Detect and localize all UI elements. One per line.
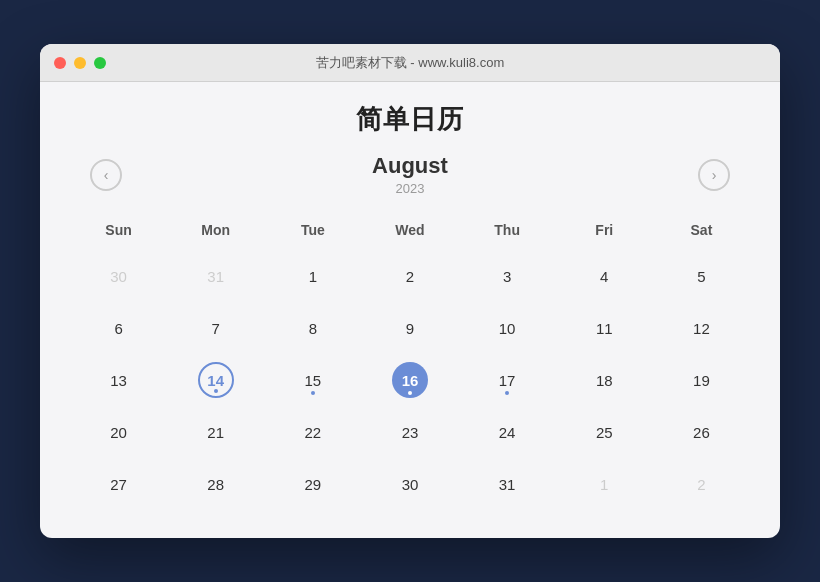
calendar-day[interactable]: 25 <box>556 408 653 456</box>
calendar-day[interactable]: 15 <box>264 356 361 404</box>
day-number: 29 <box>295 466 331 502</box>
titlebar: 苦力吧素材下载 - www.kuli8.com <box>40 44 780 82</box>
day-number: 31 <box>198 258 234 294</box>
day-number: 30 <box>101 258 137 294</box>
day-number: 20 <box>101 414 137 450</box>
calendar-day[interactable]: 30 <box>361 460 458 508</box>
calendar-week-1: 6789101112 <box>70 304 750 352</box>
calendar-day[interactable]: 6 <box>70 304 167 352</box>
day-number: 26 <box>683 414 719 450</box>
day-number: 28 <box>198 466 234 502</box>
day-number: 31 <box>489 466 525 502</box>
month-nav: ‹ August 2023 › <box>70 153 750 196</box>
calendar-week-2: 13141516171819 <box>70 356 750 404</box>
day-number: 23 <box>392 414 428 450</box>
year-text: 2023 <box>372 181 448 196</box>
day-number: 16 <box>392 362 428 398</box>
calendar-title: 简单日历 <box>70 102 750 137</box>
calendar-day[interactable]: 21 <box>167 408 264 456</box>
calendar-day[interactable]: 13 <box>70 356 167 404</box>
day-number: 5 <box>683 258 719 294</box>
minimize-button[interactable] <box>74 57 86 69</box>
day-header-thu: Thu <box>459 216 556 244</box>
day-number: 14 <box>198 362 234 398</box>
maximize-button[interactable] <box>94 57 106 69</box>
calendar-day[interactable]: 1 <box>556 460 653 508</box>
day-number: 25 <box>586 414 622 450</box>
day-header-fri: Fri <box>556 216 653 244</box>
month-name: August <box>372 153 448 179</box>
calendar-day[interactable]: 2 <box>653 460 750 508</box>
day-header-wed: Wed <box>361 216 458 244</box>
calendar-day[interactable]: 20 <box>70 408 167 456</box>
calendar-day[interactable]: 22 <box>264 408 361 456</box>
day-number: 9 <box>392 310 428 346</box>
day-number: 2 <box>392 258 428 294</box>
calendar-day[interactable]: 9 <box>361 304 458 352</box>
day-headers: SunMonTueWedThuFriSat <box>70 216 750 244</box>
month-year: August 2023 <box>372 153 448 196</box>
calendar-day[interactable]: 4 <box>556 252 653 300</box>
day-number: 15 <box>295 362 331 398</box>
day-number: 10 <box>489 310 525 346</box>
day-number: 19 <box>683 362 719 398</box>
calendar-day[interactable]: 23 <box>361 408 458 456</box>
day-number: 18 <box>586 362 622 398</box>
day-number: 6 <box>101 310 137 346</box>
day-number: 7 <box>198 310 234 346</box>
calendar-day[interactable]: 26 <box>653 408 750 456</box>
calendar-day[interactable]: 28 <box>167 460 264 508</box>
day-number: 24 <box>489 414 525 450</box>
day-number: 12 <box>683 310 719 346</box>
day-header-sat: Sat <box>653 216 750 244</box>
day-number: 4 <box>586 258 622 294</box>
day-number: 2 <box>683 466 719 502</box>
close-button[interactable] <box>54 57 66 69</box>
calendar-day[interactable]: 27 <box>70 460 167 508</box>
calendar-day[interactable]: 14 <box>167 356 264 404</box>
day-number: 3 <box>489 258 525 294</box>
calendar-day[interactable]: 17 <box>459 356 556 404</box>
calendar-day[interactable]: 7 <box>167 304 264 352</box>
calendar-day[interactable]: 12 <box>653 304 750 352</box>
day-number: 27 <box>101 466 137 502</box>
traffic-lights <box>54 57 106 69</box>
calendar-day[interactable]: 8 <box>264 304 361 352</box>
calendar-day[interactable]: 30 <box>70 252 167 300</box>
next-month-button[interactable]: › <box>698 159 730 191</box>
calendar-body: 简单日历 ‹ August 2023 › SunMonTueWedThuFriS… <box>40 82 780 538</box>
calendar-day[interactable]: 10 <box>459 304 556 352</box>
calendar-day[interactable]: 19 <box>653 356 750 404</box>
day-number: 17 <box>489 362 525 398</box>
day-header-mon: Mon <box>167 216 264 244</box>
calendar-day[interactable]: 11 <box>556 304 653 352</box>
calendar-day[interactable]: 29 <box>264 460 361 508</box>
calendar-weeks: 3031123456789101112131415161718192021222… <box>70 252 750 508</box>
calendar-day[interactable]: 1 <box>264 252 361 300</box>
day-number: 1 <box>586 466 622 502</box>
calendar-day[interactable]: 18 <box>556 356 653 404</box>
app-window: 苦力吧素材下载 - www.kuli8.com 简单日历 ‹ August 20… <box>40 44 780 538</box>
day-number: 21 <box>198 414 234 450</box>
calendar-day[interactable]: 31 <box>167 252 264 300</box>
day-header-sun: Sun <box>70 216 167 244</box>
day-number: 13 <box>101 362 137 398</box>
day-number: 11 <box>586 310 622 346</box>
day-number: 1 <box>295 258 331 294</box>
calendar-grid: SunMonTueWedThuFriSat 303112345678910111… <box>70 216 750 508</box>
titlebar-text: 苦力吧素材下载 - www.kuli8.com <box>316 54 505 72</box>
calendar-week-4: 272829303112 <box>70 460 750 508</box>
calendar-week-0: 303112345 <box>70 252 750 300</box>
calendar-day[interactable]: 3 <box>459 252 556 300</box>
day-number: 8 <box>295 310 331 346</box>
calendar-day[interactable]: 16 <box>361 356 458 404</box>
day-number: 22 <box>295 414 331 450</box>
prev-month-button[interactable]: ‹ <box>90 159 122 191</box>
calendar-day[interactable]: 31 <box>459 460 556 508</box>
calendar-day[interactable]: 24 <box>459 408 556 456</box>
calendar-day[interactable]: 2 <box>361 252 458 300</box>
calendar-day[interactable]: 5 <box>653 252 750 300</box>
calendar-week-3: 20212223242526 <box>70 408 750 456</box>
day-number: 30 <box>392 466 428 502</box>
day-header-tue: Tue <box>264 216 361 244</box>
